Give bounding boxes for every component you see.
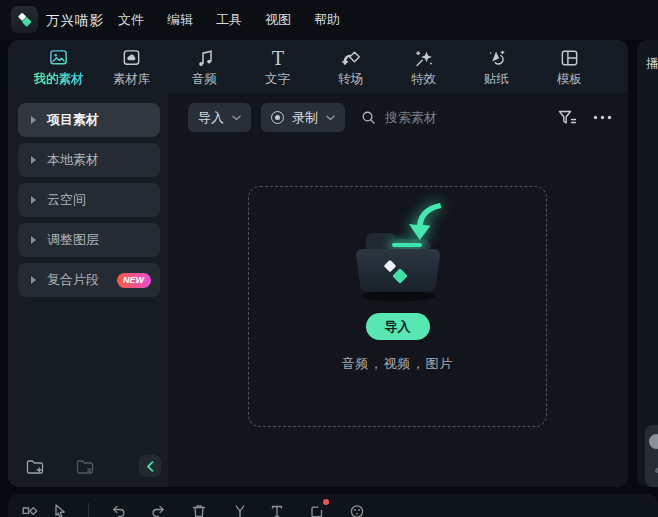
caret-right-icon (31, 156, 36, 164)
media-panel: 我的素材 素材库 音频 T (8, 40, 628, 487)
stock-media-icon (121, 46, 142, 68)
search-box (361, 110, 495, 125)
menu-row: 文件 编辑 工具 视图 帮助 (118, 0, 340, 40)
menu-view[interactable]: 视图 (265, 11, 291, 29)
media-toolbar: 导入 录制 (188, 103, 612, 132)
tab-label: 文字 (265, 71, 290, 88)
record-dropdown-button[interactable]: 录制 (261, 103, 345, 132)
filter-icon[interactable] (557, 109, 578, 127)
import-folder-icon (338, 209, 458, 305)
tab-label: 素材库 (113, 71, 151, 88)
import-button[interactable]: 导入 (366, 313, 430, 340)
tab-label: 模板 (557, 71, 582, 88)
import-dropzone[interactable]: 导入 音频，视频，图片 (248, 186, 547, 427)
audio-icon (195, 46, 215, 68)
menu-edit[interactable]: 编辑 (167, 11, 193, 29)
app-title: 万兴喵影 (46, 12, 104, 30)
effects-icon (413, 46, 435, 68)
collapse-panel-button[interactable] (139, 455, 161, 477)
tab-text[interactable]: T 文字 (241, 46, 314, 88)
pointer-icon[interactable] (52, 503, 68, 517)
player-sub-panel (645, 425, 658, 487)
toolbar-divider (88, 503, 89, 517)
undo-icon[interactable] (111, 503, 127, 517)
record-indicator-dot (323, 499, 329, 505)
dropzone-caption: 音频，视频，图片 (342, 355, 454, 373)
color-wheel-icon[interactable] (349, 503, 365, 517)
tab-template[interactable]: 模板 (533, 46, 606, 88)
track-manager-icon[interactable] (22, 503, 38, 517)
sticker-icon (486, 46, 508, 68)
transition-icon (340, 46, 362, 68)
record-icon (271, 111, 284, 124)
sidebar-item-compound-clip[interactable]: 复合片段 NEW (18, 263, 160, 297)
player-panel-title: 播 (646, 55, 658, 73)
app-logo-icon (11, 6, 38, 33)
chevron-down-icon (232, 115, 241, 121)
player-knob-icon[interactable] (649, 434, 658, 449)
trash-icon[interactable] (191, 503, 207, 517)
menu-tools[interactable]: 工具 (216, 11, 242, 29)
chevron-left-icon (146, 461, 154, 472)
caret-right-icon (31, 196, 36, 204)
sidebar-item-adjustment-layer[interactable]: 调整图层 (18, 223, 160, 257)
redo-icon[interactable] (150, 503, 166, 517)
player-panel: 播 (637, 40, 658, 487)
sidebar-item-project-media[interactable]: 项目素材 (18, 103, 160, 137)
search-input[interactable] (385, 110, 495, 125)
media-content: 导入 录制 (168, 93, 628, 487)
download-arrow-icon (400, 199, 446, 251)
timeline-toolbar (8, 494, 658, 517)
tab-label: 贴纸 (484, 71, 509, 88)
tab-transition[interactable]: 转场 (314, 46, 387, 88)
folder-delete-icon[interactable] (76, 459, 94, 475)
media-sidebar: 项目素材 本地素材 云空间 调整图层 复合片段 NEW (8, 93, 168, 487)
svg-text:T: T (271, 48, 283, 68)
tab-label: 音频 (192, 71, 217, 88)
frame-record-icon[interactable] (309, 503, 325, 517)
text-icon: T (268, 46, 288, 68)
folder-plus-icon[interactable] (26, 459, 44, 475)
tab-label: 转场 (338, 71, 363, 88)
tab-label: 特效 (411, 71, 436, 88)
search-icon (361, 110, 376, 125)
tab-sticker[interactable]: 贴纸 (460, 46, 533, 88)
new-badge: NEW (117, 273, 151, 288)
tab-effects[interactable]: 特效 (387, 46, 460, 88)
tab-label: 我的素材 (34, 71, 84, 88)
tab-audio[interactable]: 音频 (168, 46, 241, 88)
menu-file[interactable]: 文件 (118, 11, 144, 29)
caret-right-icon (31, 236, 36, 244)
import-dropdown-button[interactable]: 导入 (188, 103, 251, 132)
chevron-down-icon (326, 115, 335, 121)
template-icon (559, 46, 580, 68)
split-icon[interactable] (232, 503, 248, 517)
tab-stock-media[interactable]: 素材库 (95, 46, 168, 88)
sidebar-item-local-media[interactable]: 本地素材 (18, 143, 160, 177)
caret-right-icon (31, 276, 36, 284)
menubar: 万兴喵影 文件 编辑 工具 视图 帮助 (0, 0, 658, 40)
more-icon[interactable] (593, 115, 612, 120)
text-tool-icon[interactable] (269, 503, 285, 517)
menu-help[interactable]: 帮助 (314, 11, 340, 29)
tab-strip: 我的素材 素材库 音频 T (8, 40, 628, 93)
tab-my-media[interactable]: 我的素材 (22, 46, 95, 88)
my-media-icon (48, 46, 69, 68)
sidebar-item-cloud-space[interactable]: 云空间 (18, 183, 160, 217)
caret-right-icon (31, 116, 36, 124)
